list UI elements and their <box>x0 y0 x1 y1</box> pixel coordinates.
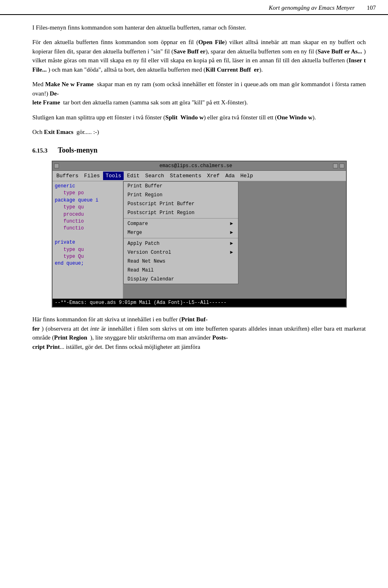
menu-search[interactable]: Search <box>143 172 167 180</box>
paragraph-4: Slutligen kan man splittra upp ett fönst… <box>32 113 366 122</box>
code-line: type qu <box>55 204 120 211</box>
separator-1 <box>124 218 238 219</box>
menu-help[interactable]: Help <box>238 172 255 180</box>
titlebar-btn-3[interactable] <box>340 163 344 168</box>
section-heading: 6.15.3 Tools-menyn <box>32 145 366 156</box>
menu-tools[interactable]: Tools <box>103 172 124 180</box>
code-line: private <box>55 239 120 246</box>
code-line: type qu <box>55 246 120 253</box>
header-title: Kort genomgång av Emacs Menyer <box>269 3 354 13</box>
main-content: I Files-menyn finns kommandon som hanter… <box>0 23 388 365</box>
code-line: type Qu <box>55 253 120 260</box>
code-line: procedu <box>55 211 120 218</box>
code-line: end queue; <box>55 260 120 267</box>
emacs-titlebar: emacs@lips.cs.chalmers.se <box>53 161 346 171</box>
menu-item-merge[interactable]: Merge ► <box>124 228 238 237</box>
emacs-body: generic type po package queue i type qu … <box>53 181 346 299</box>
separator-2 <box>124 238 238 238</box>
emacs-statusbar: --**-Emacs: queue.ads 9:01pm Mail (Ada F… <box>53 299 346 307</box>
emacs-menubar: Buffers Files Tools Edit Search Statemen… <box>53 171 346 182</box>
section-title: Tools-menyn <box>58 145 97 156</box>
titlebar-title: emacs@lips.cs.chalmers.se <box>59 162 333 170</box>
code-line: functio <box>55 218 120 225</box>
code-line <box>55 232 120 239</box>
code-line: generic <box>55 183 120 190</box>
titlebar-right <box>333 163 344 168</box>
menu-xref[interactable]: Xref <box>205 172 222 180</box>
emacs-window: emacs@lips.cs.chalmers.se Buffers Files … <box>52 161 347 308</box>
emacs-code: generic type po package queue i type qu … <box>53 181 123 299</box>
code-line: functio <box>55 225 120 232</box>
paragraph-2: För den aktuella bufferten finns kommand… <box>32 38 366 74</box>
emacs-dropdown-menu: Print Buffer Print Region Postscript Pri… <box>123 181 238 284</box>
paragraph-1: I Files-menyn finns kommandon som hanter… <box>32 23 366 32</box>
paragraph-3: Med Make Ne w Frame skapar man en ny ram… <box>32 80 366 107</box>
menu-item-print-buffer[interactable]: Print Buffer <box>124 182 238 191</box>
menu-item-version-control[interactable]: Version Control ► <box>124 248 238 257</box>
menu-item-ps-print-region[interactable]: Postscript Print Region <box>124 208 238 217</box>
menu-statements[interactable]: Statements <box>167 172 204 180</box>
titlebar-btn-1[interactable] <box>54 163 59 168</box>
menu-item-compare[interactable]: Compare ► <box>124 219 238 228</box>
titlebar-left <box>54 163 59 168</box>
menu-item-display-calendar[interactable]: Display Calendar <box>124 275 238 284</box>
code-line: package queue i <box>55 197 120 204</box>
closing-paragraph-1: Här finns kommandon för att skriva ut in… <box>32 315 366 351</box>
menu-edit[interactable]: Edit <box>124 172 142 180</box>
titlebar-btn-2[interactable] <box>333 163 338 168</box>
page-header: Kort genomgång av Emacs Menyer 107 <box>0 0 388 15</box>
menu-item-apply-patch[interactable]: Apply Patch ► <box>124 239 238 248</box>
menu-item-print-region[interactable]: Print Region <box>124 191 238 200</box>
menu-buffers[interactable]: Buffers <box>54 172 81 180</box>
paragraph-5: Och Exit Emacs gör..... :-) <box>32 127 366 137</box>
menu-files[interactable]: Files <box>82 172 102 180</box>
menu-item-read-mail[interactable]: Read Mail <box>124 266 238 275</box>
menu-ada[interactable]: Ada <box>223 172 237 180</box>
menu-item-read-net-news[interactable]: Read Net News <box>124 257 238 266</box>
section-number: 6.15.3 <box>32 146 55 155</box>
header-page-number: 107 <box>367 3 376 13</box>
menu-item-ps-print-buffer[interactable]: Postscript Print Buffer <box>124 200 238 208</box>
code-line: type po <box>55 190 120 197</box>
